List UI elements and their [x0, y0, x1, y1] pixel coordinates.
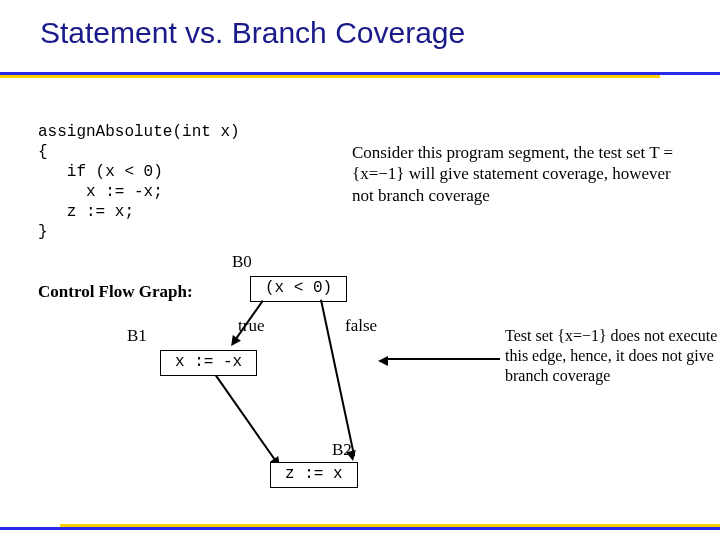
edge-b1-b2-arrowhead [270, 456, 284, 470]
node-b1-box: x := -x [160, 350, 257, 376]
edge-true-arrowhead [227, 335, 241, 349]
edge-true-label: true [238, 316, 264, 336]
underline-yellow [0, 75, 660, 78]
footer-blue [0, 527, 720, 530]
edge-false-label: false [345, 316, 377, 336]
annotation-arrow-line [388, 358, 500, 360]
annotation-arrow-head [378, 356, 388, 366]
slide: Statement vs. Branch Coverage assignAbso… [0, 0, 720, 540]
node-b1-label: B1 [127, 326, 147, 346]
cfg-label: Control Flow Graph: [38, 282, 193, 302]
edge-true-line [234, 300, 263, 340]
edge-false-line [320, 300, 355, 457]
annotation-text: Test set {x=−1} does not execute this ed… [505, 326, 720, 386]
node-b0-label: B0 [232, 252, 252, 272]
edge-false-arrowhead [346, 450, 358, 462]
control-flow-graph: B0 (x < 0) true false B1 x := -x B2 z :=… [0, 0, 720, 540]
edge-b1-b2-line [215, 375, 280, 466]
description-text: Consider this program segment, the test … [352, 142, 682, 206]
code-block: assignAbsolute(int x) { if (x < 0) x := … [38, 122, 240, 242]
node-b2-label: B2 [332, 440, 352, 460]
node-b0-box: (x < 0) [250, 276, 347, 302]
node-b2-box: z := x [270, 462, 358, 488]
slide-title: Statement vs. Branch Coverage [40, 16, 465, 50]
footer-divider [0, 524, 720, 530]
title-underline [0, 72, 720, 78]
